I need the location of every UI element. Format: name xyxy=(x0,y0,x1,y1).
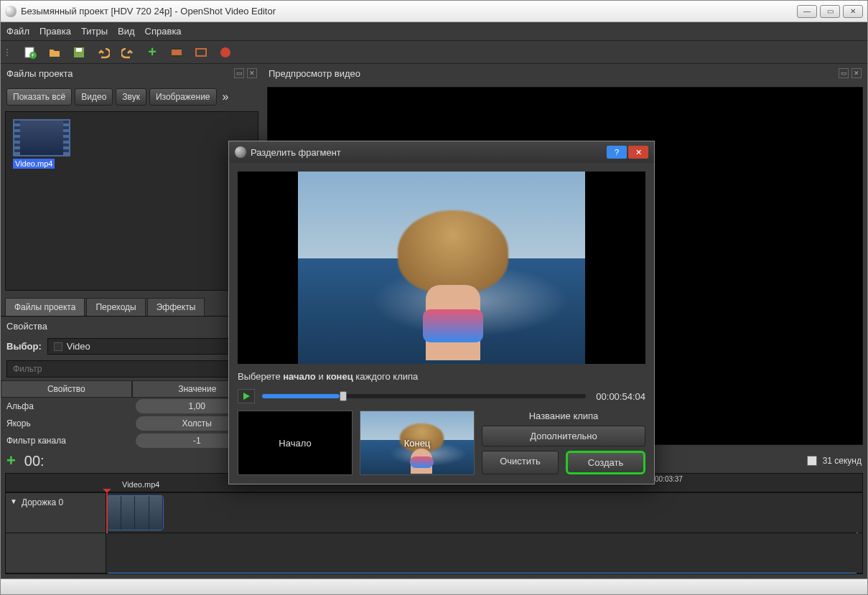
track-header[interactable]: ▼ Дорожка 0 xyxy=(6,493,106,533)
clear-button[interactable]: Очистить xyxy=(482,451,559,474)
start-clip-button[interactable]: Начало xyxy=(238,411,353,475)
menu-bar: Файл Правка Титры Вид Справка xyxy=(1,22,867,41)
menu-help[interactable]: Справка xyxy=(145,26,182,37)
project-files-header: Файлы проекта ▭✕ xyxy=(1,64,263,83)
svg-rect-4 xyxy=(76,48,82,52)
filter-audio-button[interactable]: Звук xyxy=(116,88,146,106)
menu-file[interactable]: Файл xyxy=(6,26,29,37)
close-panel-icon[interactable]: ✕ xyxy=(247,68,257,78)
minimize-button[interactable]: — xyxy=(797,5,817,18)
preview-slider[interactable] xyxy=(262,394,586,398)
file-name-label: Video.mp4 xyxy=(13,159,55,169)
left-tabs: Файлы проекта Переходы Эффекты xyxy=(1,295,263,317)
tab-files[interactable]: Файлы проекта xyxy=(5,298,85,316)
end-clip-button[interactable]: Конец xyxy=(360,411,475,475)
preview-header: Предпросмотр видео ▭✕ xyxy=(263,64,867,83)
file-filter-row: Показать всё Видео Звук Изображение » xyxy=(1,83,263,111)
filter-video-button[interactable]: Видео xyxy=(75,88,113,106)
dialog-close-button[interactable]: ✕ xyxy=(628,146,648,159)
property-row[interactable]: Альфа1,00 xyxy=(1,398,263,415)
svg-rect-8 xyxy=(196,49,206,56)
property-row[interactable]: ЯкорьХолсты xyxy=(1,415,263,432)
open-project-button[interactable] xyxy=(47,44,62,60)
properties-header: Свойства xyxy=(6,321,47,332)
tab-transitions[interactable]: Переходы xyxy=(86,298,145,316)
close-panel-icon[interactable]: ✕ xyxy=(851,68,862,78)
undock-icon[interactable]: ▭ xyxy=(234,68,244,78)
property-filter-input[interactable] xyxy=(6,360,257,378)
profile-button[interactable] xyxy=(169,44,185,60)
dialog-title: Разделить фрагмент xyxy=(251,147,341,158)
playhead[interactable] xyxy=(106,493,108,533)
undock-icon[interactable]: ▭ xyxy=(839,68,849,78)
maximize-button[interactable]: ▭ xyxy=(820,5,840,18)
zoom-label: 31 секунд xyxy=(823,456,862,466)
select-label: Выбор: xyxy=(6,341,42,352)
menu-view[interactable]: Вид xyxy=(118,26,135,37)
chevron-down-icon[interactable]: ▼ xyxy=(10,497,17,505)
play-button[interactable] xyxy=(238,389,255,403)
project-file-item[interactable]: Video.mp4 xyxy=(13,119,70,169)
preview-time: 00:00:54:04 xyxy=(596,391,645,402)
property-target-select[interactable]: Video xyxy=(47,338,257,355)
zoom-slider[interactable] xyxy=(807,456,817,466)
title-bar: Безымянный проект [HDV 720 24p] - OpenSh… xyxy=(1,1,867,22)
filter-all-button[interactable]: Показать всё xyxy=(6,88,72,106)
clip-name-label: Название клипа xyxy=(482,411,645,421)
dialog-help-button[interactable]: ? xyxy=(607,146,627,159)
dialog-preview xyxy=(238,172,645,364)
project-files-area[interactable]: Video.mp4 xyxy=(5,111,258,291)
redo-button[interactable] xyxy=(120,44,136,60)
toolbar: + + xyxy=(1,41,867,64)
slider-thumb[interactable] xyxy=(340,391,347,401)
save-project-button[interactable] xyxy=(71,44,87,60)
properties-panel: Свойства ▭✕ Выбор: Video СвойствоЗначени… xyxy=(1,317,263,449)
timeline-tracks: ▼ Дорожка 0 Video.mp4 xyxy=(5,492,863,574)
create-button[interactable]: Создать xyxy=(566,451,645,474)
property-row[interactable]: Фильтр канала-1 xyxy=(1,432,263,449)
app-icon xyxy=(5,6,17,17)
new-project-button[interactable]: + xyxy=(22,44,38,60)
dialog-title-bar: Разделить фрагмент ? ✕ xyxy=(229,141,654,163)
undo-button[interactable] xyxy=(95,44,111,60)
import-button[interactable]: + xyxy=(144,44,160,60)
fullscreen-button[interactable] xyxy=(193,44,209,60)
window-title: Безымянный проект [HDV 720 24p] - OpenSh… xyxy=(21,6,276,17)
clip-label: Video.mp4 xyxy=(122,480,159,489)
thumbnail-icon xyxy=(13,119,70,156)
timeline-clip[interactable] xyxy=(106,495,164,530)
track-body[interactable]: Video.mp4 xyxy=(106,493,862,533)
svg-point-9 xyxy=(220,47,230,57)
property-table-header: СвойствоЗначение xyxy=(1,380,263,398)
menu-titles[interactable]: Титры xyxy=(81,26,108,37)
svg-text:+: + xyxy=(31,52,34,59)
menu-edit[interactable]: Правка xyxy=(39,26,71,37)
add-track-button[interactable]: + xyxy=(6,451,16,470)
status-bar xyxy=(1,578,867,594)
tab-effects[interactable]: Эффекты xyxy=(147,298,205,316)
svg-rect-6 xyxy=(172,48,182,50)
playhead-time: 00: xyxy=(24,453,45,469)
filter-image-button[interactable]: Изображение xyxy=(149,88,217,106)
filter-more-icon[interactable]: » xyxy=(223,90,229,103)
svg-rect-7 xyxy=(172,55,182,57)
window-buttons: — ▭ ✕ xyxy=(797,5,863,18)
instruction-text: Выберете начало и конец каждого клипа xyxy=(238,371,645,382)
close-button[interactable]: ✕ xyxy=(843,5,863,18)
split-clip-dialog: Разделить фрагмент ? ✕ Выберете начало и… xyxy=(228,141,655,484)
app-icon xyxy=(235,146,246,158)
export-button[interactable] xyxy=(218,44,233,60)
more-options-button[interactable]: Дополнительно xyxy=(482,426,645,446)
